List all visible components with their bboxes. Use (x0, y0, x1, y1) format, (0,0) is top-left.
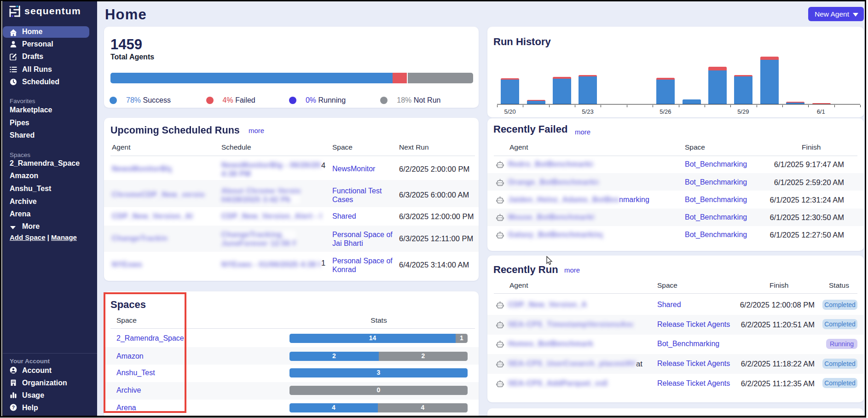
svg-text:?: ? (12, 405, 15, 410)
